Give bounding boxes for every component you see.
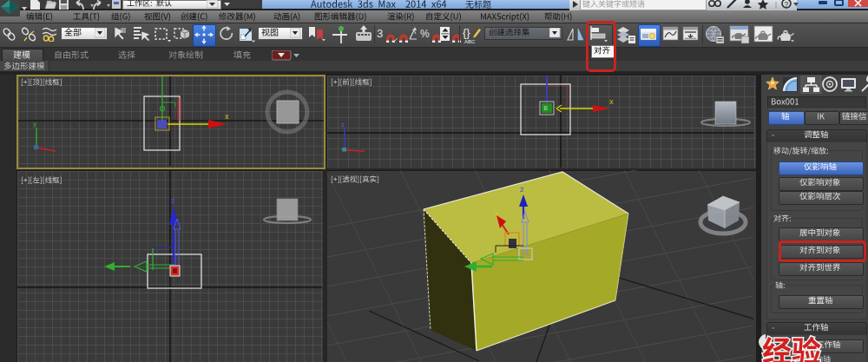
svg-text:x: x [609,97,614,106]
svg-text:?: ? [785,0,789,9]
svg-text:x: x [225,112,229,121]
svg-text:{}: {} [463,26,470,39]
svg-text:z: z [171,196,175,205]
svg-text:ABC: ABC [464,39,476,44]
svg-text:z: z [520,185,524,194]
svg-text:3: 3 [377,27,383,40]
svg-text:%: % [420,28,430,40]
svg-text:z: z [341,121,345,128]
svg-text:y: y [33,120,36,128]
svg-text:B: B [544,105,548,111]
